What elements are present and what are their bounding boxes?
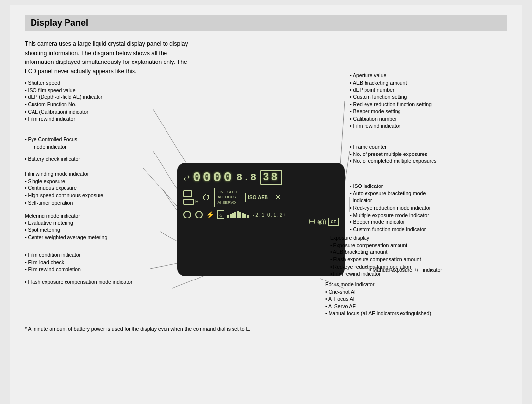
lcd-cf-box: CF — [328, 218, 339, 226]
lcd-row2: H ⏱ ONE SHOT AI FOCUS AI SERVO ISO AEB 👁 — [183, 188, 339, 207]
label-metering: Metering mode indicator Evaluative meter… — [25, 212, 107, 241]
label-top-right: Aperture value AEB bracketing amount dEP… — [350, 72, 507, 130]
label-battery: • Battery check indicator — [25, 155, 80, 163]
label-film-condition: Film condition indicator Film-load check… — [25, 251, 81, 273]
lcd-camera-icon2 — [183, 199, 194, 205]
lcd-scale-label: -2.1.0.1.2+ — [253, 212, 287, 218]
label-top-left: Shutter speed ISO film speed value dEP (… — [25, 79, 102, 123]
label-focus-mode: Focus mode indicator One-shot AF AI Focu… — [325, 281, 431, 317]
lcd-film-icon: 🎞 — [308, 218, 315, 226]
lcd-display: ⇄ 0000 8.8 38 H ⏱ ONE SHOT — [177, 163, 345, 276]
lcd-main-digits: 0000 — [193, 170, 233, 185]
lcd-arrow-icon: ⇄ — [183, 173, 190, 182]
content-area: ⇄ 0000 8.8 38 H ⏱ ONE SHOT — [25, 64, 507, 404]
lcd-eye-icon: 👁 — [274, 193, 282, 202]
label-flash-exp: • Flash exposure compensation mode indic… — [25, 279, 132, 286]
lcd-row1: ⇄ 0000 8.8 38 — [183, 170, 339, 185]
label-eye-control: • Eye Controlled Focus mode indicator — [25, 136, 77, 150]
label-manual-exp: • Manual exposure +/− indicator — [369, 266, 442, 274]
lcd-iso-aeb-label: ISO AEB — [245, 193, 270, 202]
lcd-circle-icon2 — [195, 211, 203, 218]
lcd-camera-icon1 — [183, 190, 192, 197]
footnote: * A minute amount of battery power is us… — [25, 325, 251, 333]
lcd-small-digits: 8.8 — [236, 172, 257, 183]
svg-line-7 — [340, 101, 345, 173]
lcd-speaker-icon: ◉)) — [317, 218, 326, 225]
label-frame-counter: Frame counter No. of preset multiple exp… — [350, 143, 436, 165]
label-iso-group: ISO indicator Auto exposure bracketing m… — [350, 183, 431, 233]
svg-line-8 — [345, 151, 350, 183]
lcd-bottom-row: 🎞 ◉)) CF — [183, 218, 339, 226]
lcd-frame-number: 38 — [260, 170, 282, 185]
page-title: Display Panel — [25, 15, 507, 31]
lcd-flash-icon: ⚡ — [206, 211, 214, 218]
lcd-bars — [227, 211, 249, 218]
lcd-mode-box: ONE SHOT AI FOCUS AI SERVO — [214, 188, 242, 207]
lcd-h-label: H — [183, 199, 199, 205]
label-film-winding: Film winding mode indicator Single expos… — [25, 170, 103, 206]
lcd-circle-icon — [183, 211, 191, 218]
lcd-timer-icon: ⏱ — [202, 193, 210, 202]
